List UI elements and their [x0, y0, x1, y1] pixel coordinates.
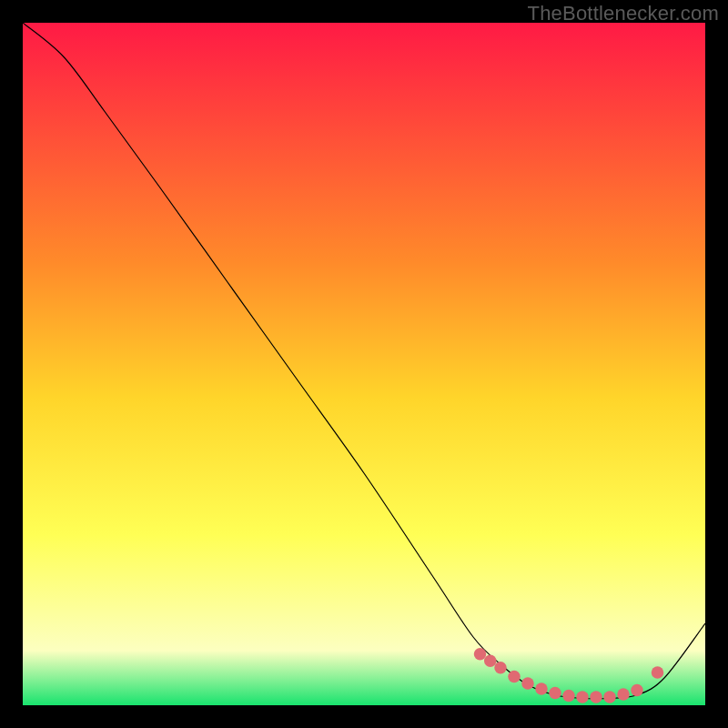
marker-dot	[652, 666, 664, 679]
watermark-text: TheBottlenecker.com	[528, 2, 719, 25]
marker-dot	[603, 691, 616, 703]
gradient-background	[23, 23, 705, 705]
marker-dot	[535, 682, 548, 695]
marker-dot	[474, 648, 487, 661]
marker-dot	[590, 691, 602, 703]
marker-dot	[562, 690, 575, 703]
marker-dot	[576, 691, 589, 703]
marker-dot	[617, 688, 630, 701]
bottleneck-plot	[23, 23, 705, 705]
marker-dot	[631, 684, 643, 697]
marker-dot	[484, 655, 497, 668]
marker-dot	[508, 671, 521, 683]
marker-dot	[521, 677, 534, 690]
marker-dot	[549, 687, 561, 700]
chart-stage: TheBottlenecker.com	[0, 0, 728, 728]
marker-dot	[494, 662, 507, 674]
